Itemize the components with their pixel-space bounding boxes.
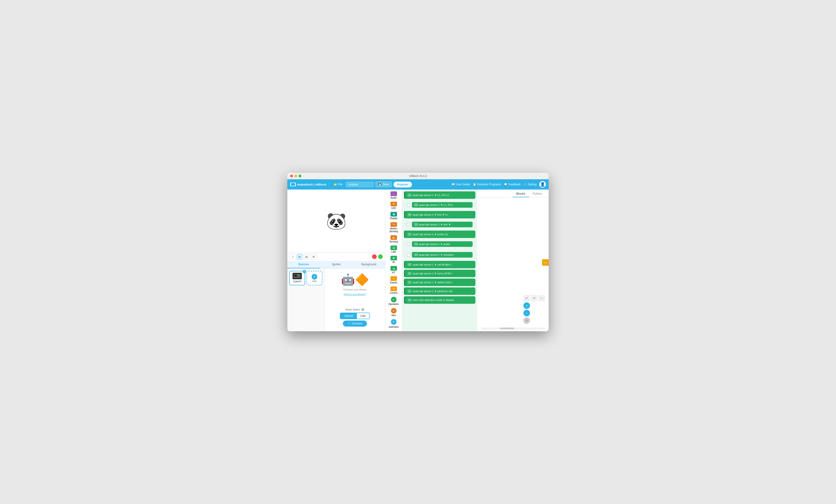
tab-sprites[interactable]: Sprites [320,261,353,268]
block-item[interactable]: quad rgb sensor 1 ▼ define color t [404,278,475,286]
examples-icon: 📋 [473,183,476,186]
block-item[interactable]: quad rgb sensor 1 ▼ L1, R1's [404,200,475,210]
toolbar-right: 📖 User Guide 📋 Example Programs 💬 Feedba… [451,181,546,188]
zoom-in-button[interactable]: + [524,302,530,309]
how-to-link[interactable]: How to use device? [344,293,366,296]
example-programs-button[interactable]: 📋 Example Programs [473,183,501,186]
fit-button[interactable]: — [538,295,545,302]
zoom-reset-button[interactable]: = [524,317,530,324]
block-inner[interactable]: quad rgb sensor 1 ▼ line ▼ [412,222,473,227]
zoom-out-button[interactable]: − [524,310,530,316]
connect-text: Connect your device [343,288,366,291]
sidebar-item-variables[interactable]: ● Vars [386,307,401,318]
stage-fullscreen-button[interactable]: ⤢ [290,254,295,259]
block-inner[interactable]: quad rgb sensor 1 ▼ L1, R1's [412,202,473,208]
block-checkbox[interactable] [407,223,410,226]
block-item[interactable]: quad rgb sensor 1 ▼ line ▼ [404,220,475,229]
right-panel: Blocks Python </> ↩ ↪ — + − = [477,190,549,331]
horizontal-scrollbar[interactable] [481,328,545,329]
sidebar-item-ai[interactable]: AI AI [386,255,401,265]
block-checkbox[interactable] [407,243,410,246]
control-icon: ↺ [391,287,397,291]
tab-background[interactable]: Background [353,261,385,268]
sidebar-item-control[interactable]: ↺ Control [386,286,401,295]
audio-label: Audio [391,196,397,199]
user-guide-button[interactable]: 📖 User Guide [451,183,470,186]
iot-label: IoT [392,271,395,274]
extension-button[interactable]: + [391,319,397,325]
setting-button[interactable]: ⚙️ Setting [524,183,536,186]
audio-icon: ♪ [391,191,397,196]
block-sensor-icon [408,194,412,196]
close-button[interactable] [290,175,293,177]
add-device-button[interactable]: + Add [306,271,322,285]
block-checkbox[interactable] [407,203,410,207]
undo-button[interactable]: ↩ [524,295,530,302]
sidebar-item-lan[interactable]: ⊡ LAN [386,245,401,254]
tab-devices[interactable]: Devices [287,261,320,268]
block-checkbox[interactable] [407,253,410,256]
side-code-button[interactable]: </> [542,259,549,266]
block-item[interactable]: quad rgb sensor 1 ▼ deviation [404,250,475,259]
cyberpi-device[interactable]: ✕ CyberPi [289,271,305,285]
play-button[interactable] [378,254,383,259]
user-avatar[interactable]: 👤 [539,181,546,188]
block-item[interactable]: sets color detection mode to Standa [404,296,475,304]
sidebar-item-events[interactable]: ⚡ Events [386,275,401,285]
devices-panel: ✕ CyberPi [287,269,325,331]
file-title-input[interactable] [346,182,374,187]
stage-canvas: 🐼 [287,190,385,252]
block-item[interactable]: quad rgb sensor 1 ▼ set fill light c [404,261,475,268]
maximize-button[interactable] [299,175,301,177]
record-button[interactable] [372,254,377,259]
stage-tile-view-button[interactable]: ⊞ [311,254,316,259]
save-button[interactable]: 💾 Save [376,181,392,187]
blocks-panel: quad rgb sensor 1 ▼ L1, R1's li quad rgb… [402,190,477,331]
book-icon: 📖 [451,183,455,186]
link-icon: 🔗 [347,322,351,325]
stage-grid-view-button[interactable]: ▦ [297,254,302,259]
motion-icon: 〜 [391,222,397,227]
live-mode-button[interactable]: Live [357,313,369,319]
scrollbar-thumb[interactable] [500,328,514,329]
block-inner[interactable]: quad rgb sensor 1 ▼ probe [412,241,473,247]
stage-list-view-button[interactable]: ▤ [304,254,309,259]
sidebar-item-iot[interactable]: ☁ IoT [386,265,401,275]
upload-mode-button[interactable]: Upload [340,313,357,319]
block-inner[interactable]: quad rgb sensor 1 ▼ deviation [412,252,473,257]
block-item[interactable]: quad rgb sensor 1 ▼ probe (1) [404,231,475,238]
device-close-icon[interactable]: ✕ [303,270,306,273]
block-item[interactable]: quad rgb sensor 1 ▼ probe [404,239,475,249]
block-item[interactable]: quad rgb sensor 1 ▼ line ▼ in [404,211,475,218]
sidebar-item-motion[interactable]: 〜 Motion Sensing [386,221,401,234]
feedback-button[interactable]: 💬 Feedback [504,183,520,186]
operators-label: Operators [388,303,399,306]
toolbar-divider-1 [329,182,329,187]
minimize-button[interactable] [294,175,297,177]
publish-button[interactable]: Publish [394,181,412,188]
display-label: Display [390,217,398,220]
cyberpi-icon [292,273,302,279]
file-menu-button[interactable]: 📁 File [332,182,344,187]
brand-logo-area: makeblock | mBlock [290,182,326,186]
connect-button[interactable]: 🔗 Connect [343,321,367,327]
redo-button[interactable]: ↪ [531,295,537,302]
sidebar-item-sensing[interactable]: ◎ Sensing [386,234,401,244]
mode-switch: Mode Switch ? Upload Live 🔗 Connect [340,308,370,328]
block-sensor-icon [408,272,412,275]
tab-blocks[interactable]: Blocks [512,191,529,197]
block-item[interactable]: quad rgb sensor 1 ▼ performs cali [404,287,475,295]
iot-icon: ☁ [391,266,397,271]
svg-point-3 [300,275,300,275]
sidebar-item-display[interactable]: 🖥 Display [386,211,401,221]
title-bar: mBlock v5.4.3 [287,173,549,179]
block-item[interactable]: quad rgb sensor 1 ▼ L1, R1's li [404,191,475,199]
sidebar-item-led[interactable]: 💡 LED [386,201,401,211]
undo-redo-buttons: ↩ ↪ — [524,295,545,302]
cyberpi-label: CyberPi [293,280,301,283]
sidebar-item-audio[interactable]: ♪ Audio [386,191,401,200]
block-sensor-icon [408,263,412,266]
tab-python[interactable]: Python [529,191,546,197]
block-item[interactable]: quad rgb sensor 1 ▼ turns off fill li [404,270,475,277]
sidebar-item-operators[interactable]: ● Operators [386,296,401,307]
